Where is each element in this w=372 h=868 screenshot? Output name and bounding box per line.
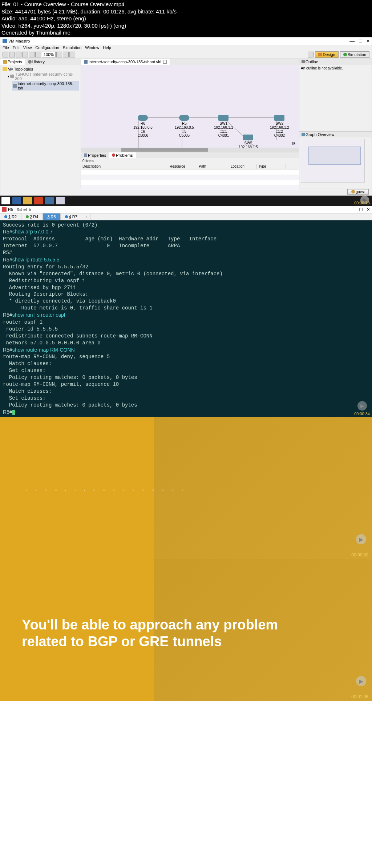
guest-button[interactable]: guest xyxy=(347,189,369,195)
vm-task-icon[interactable] xyxy=(45,197,54,204)
close-button[interactable]: × xyxy=(367,38,369,44)
topology-diagram[interactable]: R6 192.168.0.6 ::6 C5006 R5 192.168.0.5 … xyxy=(81,65,299,152)
file-explorer-icon[interactable] xyxy=(23,197,32,204)
minimize-button[interactable]: — xyxy=(349,38,355,44)
slide-1: - - - - · · · - - - - - - - - - - ▶ 00:0… xyxy=(0,417,372,559)
scroll-thumb[interactable] xyxy=(121,148,208,152)
close-button[interactable]: × xyxy=(367,207,370,212)
graph-overview-thumbnail[interactable] xyxy=(301,139,365,183)
problems-tab[interactable]: Problems xyxy=(109,152,136,158)
table-row xyxy=(81,180,299,185)
menu-edit[interactable]: Edit xyxy=(13,45,20,50)
col-description[interactable]: Description xyxy=(81,164,168,169)
task-icon[interactable] xyxy=(56,197,65,204)
col-resource[interactable]: Resource xyxy=(168,164,197,169)
timestamp: 00:00:52 xyxy=(351,552,368,557)
tab-close-icon[interactable] xyxy=(163,60,167,64)
left-panel: Projects History My Topologies ▾ TSHOOT … xyxy=(0,59,81,188)
laptop-background xyxy=(154,417,372,559)
tree-root[interactable]: My Topologies xyxy=(2,67,79,72)
node-sw2[interactable]: SW2 192.168.1.2 ::1:2 C4002 xyxy=(270,115,289,137)
xshell-app-icon xyxy=(2,207,7,212)
audio-line: Audio: aac, 44100 Hz, stereo (eng) xyxy=(1,15,371,22)
table-row xyxy=(81,169,299,175)
center-panel: internet-security-ccnp-300-135-tshoot.vi… xyxy=(81,59,299,188)
menu-configuration[interactable]: Configuration xyxy=(35,45,59,50)
simulation-mode-button[interactable]: Simulation xyxy=(340,51,369,58)
toolbar-btn[interactable] xyxy=(29,52,35,57)
outline-content: An outline is not available. xyxy=(299,65,372,72)
table-header: Description Resource Path Location Type xyxy=(81,164,299,169)
toolbar-btn[interactable] xyxy=(9,52,15,57)
toolbar-btn[interactable] xyxy=(3,52,8,57)
vm-app-icon xyxy=(3,39,7,43)
table-body xyxy=(81,169,299,190)
task-icon[interactable] xyxy=(12,197,21,204)
col-path[interactable]: Path xyxy=(197,164,229,169)
toolbar-btn[interactable] xyxy=(69,52,75,57)
toolbar-btn[interactable] xyxy=(22,52,28,57)
router-icon xyxy=(179,115,189,121)
properties-icon xyxy=(84,153,87,157)
switch-icon xyxy=(243,135,253,140)
size-line: Size: 4414701 bytes (4.21 MiB), duration… xyxy=(1,8,371,15)
play-button-icon[interactable]: ▶ xyxy=(357,401,367,411)
properties-tab[interactable]: Properties xyxy=(81,152,109,158)
connection-dot-icon xyxy=(4,215,7,218)
dash-text: - - - - · · · - - - - - - - - - - xyxy=(25,486,186,494)
history-tab[interactable]: History xyxy=(25,59,48,65)
right-panel: Outline An outline is not available. Gra… xyxy=(299,59,372,188)
vm-maestro-window: VM Maestro — □ × File Edit View Configur… xyxy=(0,37,372,196)
toolbar-btn[interactable] xyxy=(63,52,69,57)
menu-file[interactable]: File xyxy=(3,45,9,50)
menu-simulation[interactable]: Simulation xyxy=(63,45,81,50)
menu-help[interactable]: Help xyxy=(103,45,111,50)
project-tree: My Topologies ▾ TSHOOT [internet-securit… xyxy=(0,65,81,188)
toolbar-btn[interactable] xyxy=(16,52,21,57)
video-line: Video: h264, yuv420p, 1280x720, 30.00 fp… xyxy=(1,22,371,29)
col-type[interactable]: Type xyxy=(257,164,286,169)
graph-overview-tab[interactable]: Graph Overview xyxy=(299,132,372,137)
slide-text: You'll be able to approach any problem r… xyxy=(22,617,278,650)
node-sw1[interactable]: SW1 192.168.1.1 ::1:1 C4001 xyxy=(214,115,233,137)
design-icon xyxy=(318,53,322,56)
xshell-tab-r7[interactable]: 4 R7 xyxy=(61,213,82,220)
terminal-output[interactable]: Success rate is 0 percent (0/2) R5#show … xyxy=(0,220,372,417)
toolbar-btn[interactable] xyxy=(308,52,314,57)
minimize-button[interactable]: — xyxy=(350,207,355,212)
timestamp: 00:00:34 xyxy=(354,411,370,417)
col-location[interactable]: Location xyxy=(229,164,257,169)
new-tab-button[interactable]: + xyxy=(82,213,90,220)
timestamp: 00:01:08 xyxy=(351,694,368,699)
xshell-tab-r4[interactable]: 2 R4 xyxy=(21,213,43,220)
connection-dot-icon xyxy=(26,215,29,218)
menu-window[interactable]: Window xyxy=(85,45,99,50)
connection-dot-icon xyxy=(65,215,68,218)
node-r6[interactable]: R6 192.168.0.6 ::6 C5006 xyxy=(133,115,153,137)
node-r5[interactable]: R5 192.168.0.5 ::5 C5005 xyxy=(175,115,194,137)
maximize-button[interactable]: □ xyxy=(359,38,362,44)
tree-item-selected[interactable]: internet-security-ccnp-300-135-tsh xyxy=(12,81,79,91)
xshell-tab-r5[interactable]: 3 R5 xyxy=(43,213,60,220)
zoom-input[interactable]: 100% xyxy=(42,52,56,57)
tree-item[interactable]: ▾ TSHOOT [internet-security-ccnp-300- xyxy=(7,72,79,81)
powerpoint-icon[interactable] xyxy=(34,197,43,204)
vm-menubar: File Edit View Configuration Simulation … xyxy=(0,45,372,51)
vm-titlebar: VM Maestro — □ × xyxy=(0,37,372,45)
xshell-title: R5 - Xshell 5 xyxy=(8,207,31,212)
xshell-tab-r2[interactable]: 1 R2 xyxy=(0,213,21,220)
maximize-button[interactable]: □ xyxy=(359,207,362,212)
start-button[interactable] xyxy=(1,197,10,204)
design-mode-button[interactable]: Design xyxy=(315,51,338,58)
file-icon xyxy=(13,84,17,88)
xshell-window: R5 - Xshell 5 — □ × 1 R2 2 R4 3 R5 4 R7 xyxy=(0,206,372,417)
projects-tab[interactable]: Projects xyxy=(0,59,25,65)
projects-icon xyxy=(3,60,7,64)
toolbar-btn[interactable] xyxy=(35,52,41,57)
outline-tab[interactable]: Outline xyxy=(299,59,372,65)
menu-view[interactable]: View xyxy=(23,45,32,50)
topology-tab[interactable]: internet-security-ccnp-300-135-tshoot.vi… xyxy=(81,59,170,65)
folder-icon xyxy=(3,67,7,71)
toolbar-btn[interactable] xyxy=(56,52,62,57)
horizontal-scrollbar[interactable] xyxy=(81,148,299,152)
